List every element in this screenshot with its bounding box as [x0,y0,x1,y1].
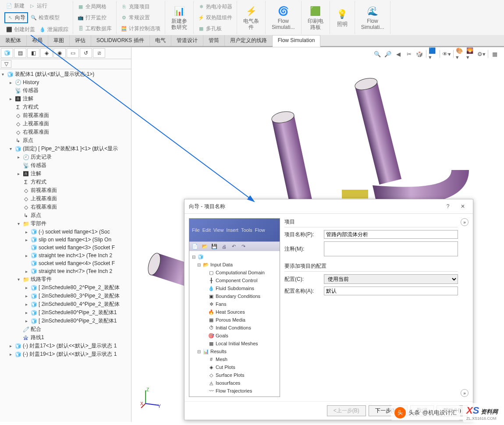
part-icon: 🧊 [30,309,37,316]
dialog-titlebar[interactable]: 向导 - 项目名称 ? ✕ [185,199,473,214]
create-lids-button[interactable]: ⬛创建封盖 [4,25,37,34]
feature-tree[interactable]: ▾🧊装配体1 (默认<默认_显示状态-1>) ▸🕘History 📡传感器 ▸🅰… [0,69,131,422]
expand-top-button[interactable]: » [461,218,469,226]
project-section-title: 项目 [284,218,458,227]
comment-input[interactable] [324,241,458,256]
prev-view-icon[interactable]: ◀ [394,49,403,59]
play-icon: ▷ [29,3,35,9]
apply-scene-icon[interactable]: 🌄▾ [466,49,476,59]
goals-icon: 🎯 [208,332,215,339]
tab-layout[interactable]: 布局 [27,35,48,46]
panel-tab-hide[interactable]: ▭ [67,48,79,58]
tab-assembly[interactable]: 装配体 [0,35,27,46]
lighting-button[interactable]: 💡 照明 [333,6,352,29]
prev-button: <上一步(B) [327,405,366,416]
new-button[interactable]: 📄新建 [4,1,26,11]
run-button[interactable]: ▷运行 [27,1,49,11]
general-settings-button[interactable]: ⚙常规设置 [119,13,152,22]
domain-icon: ▢ [208,269,215,276]
panel-tab-display[interactable]: ◉ [53,48,66,58]
panel-tab-dimxpert[interactable]: ◈ [40,48,53,58]
menu-file[interactable]: File [192,227,200,233]
iso-icon: ◬ [208,379,215,386]
open-monitor-button[interactable]: 📺打开监控 [76,13,108,22]
tb-redo-icon[interactable]: ↷ [239,243,247,250]
display-style-icon[interactable]: 🟦▾ [428,49,438,59]
plane-icon: ◇ [22,204,29,211]
triad-icon[interactable]: ▦ [490,49,500,59]
menu-tools[interactable]: Tools [241,227,252,233]
tab-piping[interactable]: 管道设计 [171,35,203,46]
view-orient-icon[interactable]: 🎲 [415,49,424,59]
global-mesh-button[interactable]: ▦全局网格 [76,2,108,11]
tab-tubing[interactable]: 管筒 [203,35,225,46]
hide-show-icon[interactable]: 👁▾ [442,49,451,59]
panel-tab-property[interactable]: ▤ [14,48,26,58]
equations-icon: Σ [22,179,29,186]
help-icon[interactable]: ? [442,202,454,211]
clone-project-button[interactable]: ⎘克隆项目 [119,2,152,11]
fluid-icon: 💧 [208,285,215,292]
menu-insert[interactable]: Insert [226,227,238,233]
new-param-study-button[interactable]: 📊 新建参 数研究 [168,3,191,32]
panel-tab-feature[interactable]: 🧊 [1,48,13,58]
wizard-button[interactable]: ↖向导 [4,12,28,23]
project-name-input[interactable] [324,230,458,239]
panel-tabs: 🧊 ▤ ◧ ◈ ◉ ▭ ↺ ⎚ [0,47,131,59]
edit-appearance-icon[interactable]: 🎨▾ [455,49,465,59]
plane-icon: ◇ [22,195,29,202]
tb-open-icon[interactable]: 📂 [201,243,209,250]
view-settings-icon[interactable]: ⚙▾ [476,49,486,59]
menu-view[interactable]: View [213,227,224,233]
electrical-cond-button[interactable]: ⚡ 电气条 件 [240,3,263,32]
study-icon: 📊 [173,5,185,17]
part-icon: 🧊 [14,351,21,358]
part-icon: 🧊 [30,268,37,275]
two-resistor-button[interactable]: ⚡双热阻组件 [196,13,234,22]
svg-text:Y: Y [158,404,161,409]
eng-db-button[interactable]: 🗄工程数据库 [76,24,114,33]
close-icon[interactable]: ✕ [457,202,469,211]
thermo-cooler-button[interactable]: ❄热电冷却器 [196,2,234,11]
part-icon: 🧊 [30,293,37,300]
sensor-icon: 📡 [22,162,29,169]
tab-flowsim[interactable]: Flow Simulation [273,35,321,47]
tab-sketch[interactable]: 草图 [48,35,70,46]
panel-tab-config[interactable]: ◧ [27,48,39,58]
tb-undo-icon[interactable]: ↶ [230,243,238,250]
surfaceplot-icon: ◇ [208,372,215,379]
tab-user-route[interactable]: 用户定义的线路 [225,35,273,46]
svg-rect-5 [355,81,401,184]
folder-icon: 📁 [22,220,29,227]
expand-bottom-button[interactable]: » [461,389,469,397]
tb-save-icon[interactable]: 💾 [210,243,218,250]
pcb-button[interactable]: 🟩 印刷电 路板 [304,3,327,32]
perf-plate-button[interactable]: ▦多孔板 [196,24,224,33]
wizard-nav-tree[interactable]: ⊟🧊 ⊟📂Input Data ▢Computational Domain ╂C… [189,251,280,397]
zoom-fit-icon[interactable]: 🔍 [373,49,382,59]
menu-edit[interactable]: Edit [202,227,211,233]
config-name-input[interactable] [324,287,458,295]
config-name-label: 配置名称(A): [284,287,324,295]
tb-new-icon[interactable]: 📄 [191,243,199,250]
check-model-button[interactable]: 🔍检查模型 [29,13,61,22]
calc-control-button[interactable]: 🧮计算控制选项 [119,24,162,33]
tab-electrical[interactable]: 电气 [150,35,171,46]
flow-sim-dropdown[interactable]: 🌊 Flow Simulati... [358,3,388,32]
tab-addins[interactable]: SOLIDWORKS 插件 [91,35,150,46]
panel-tab-rebuild[interactable]: ↺ [80,48,92,58]
filter-icon[interactable]: ▽ [1,60,11,68]
leak-track-button[interactable]: 💧泄漏跟踪 [38,25,70,34]
panel-tab-more[interactable]: ⎚ [93,48,105,58]
section-icon[interactable]: ✂ [404,49,414,59]
tb-print-icon[interactable]: 🖨 [220,243,228,250]
menu-flow[interactable]: Flow [255,227,265,233]
view-triad[interactable]: Z Y X [140,387,162,409]
config-select[interactable]: 使用当前 [324,274,458,284]
flow-sim-button[interactable]: 🌀 Flow Simulati... [268,3,298,32]
ribbon: 📄新建 ▷运行 ↖向导 🔍检查模型 ⬛创建封盖 💧泄漏跟踪 ▦全局网格 📺打开监… [0,0,504,47]
plane-icon: ◇ [22,187,29,194]
config-label: 配置(C): [284,276,324,283]
tab-evaluate[interactable]: 评估 [70,35,91,46]
zoom-area-icon[interactable]: 🔎 [383,49,393,59]
